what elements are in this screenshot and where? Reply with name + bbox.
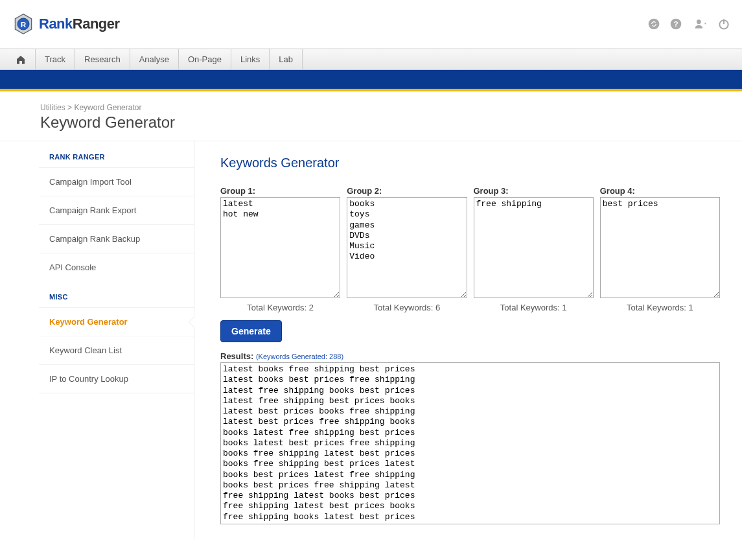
sync-icon[interactable] — [647, 18, 660, 30]
main-title: Keywords Generator — [220, 156, 720, 170]
navbar: Track Research Analyse On-Page Links Lab — [0, 49, 742, 70]
group-2-input[interactable] — [347, 197, 467, 298]
generate-button[interactable]: Generate — [220, 320, 282, 342]
keyword-groups: Group 1: Total Keywords: 2 Group 2: Tota… — [220, 186, 720, 312]
page-title: Keyword Generator — [40, 113, 742, 132]
logo[interactable]: R RankRanger — [12, 12, 120, 36]
sidebar-item-ip-to-country[interactable]: IP to Country Lookup — [39, 364, 194, 393]
svg-point-6 — [697, 19, 701, 24]
group-4-count: Total Keywords: 1 — [600, 303, 720, 312]
group-3: Group 3: Total Keywords: 1 — [474, 186, 594, 312]
results-header: Results: (Keywords Generated: 288) — [220, 351, 720, 361]
blue-bar — [0, 70, 742, 91]
breadcrumb-current: Keyword Generator — [74, 103, 141, 112]
results-count: (Keywords Generated: 288) — [256, 353, 343, 360]
sidebar-item-api-console[interactable]: API Console — [39, 253, 194, 281]
sidebar: RANK RANGER Campaign Import Tool Campaig… — [39, 141, 194, 539]
group-1-label: Group 1: — [220, 186, 340, 196]
group-1-input[interactable] — [220, 197, 340, 298]
nav-item-lab[interactable]: Lab — [270, 49, 303, 69]
group-1: Group 1: Total Keywords: 2 — [220, 186, 340, 312]
results-label: Results: — [220, 351, 253, 361]
user-icon[interactable] — [691, 18, 708, 30]
sidebar-section-misc: MISC — [39, 281, 194, 307]
nav-home[interactable] — [6, 49, 36, 69]
group-4: Group 4: Total Keywords: 1 — [600, 186, 720, 312]
help-icon[interactable]: ? — [669, 18, 682, 30]
svg-text:R: R — [21, 20, 27, 29]
sidebar-item-campaign-import[interactable]: Campaign Import Tool — [39, 167, 194, 196]
header-icons: ? — [647, 18, 730, 30]
group-4-input[interactable] — [600, 197, 720, 298]
header: R RankRanger ? — [0, 0, 742, 49]
group-1-count: Total Keywords: 2 — [220, 303, 340, 312]
group-4-label: Group 4: — [600, 186, 720, 196]
power-icon[interactable] — [717, 18, 730, 30]
logo-icon: R — [12, 12, 35, 36]
group-3-label: Group 3: — [474, 186, 594, 196]
nav-item-links[interactable]: Links — [231, 49, 270, 69]
group-2: Group 2: Total Keywords: 6 — [347, 186, 467, 312]
svg-text:?: ? — [673, 19, 678, 28]
nav-item-research[interactable]: Research — [75, 49, 130, 69]
logo-text: RankRanger — [39, 16, 120, 32]
sidebar-item-keyword-generator[interactable]: Keyword Generator — [39, 307, 194, 336]
nav-item-onpage[interactable]: On-Page — [179, 49, 231, 69]
group-2-count: Total Keywords: 6 — [347, 303, 467, 312]
sidebar-item-campaign-rank-export[interactable]: Campaign Rank Export — [39, 196, 194, 224]
sidebar-section-rankranger: RANK RANGER — [39, 141, 194, 167]
breadcrumb-sep: > — [67, 103, 72, 112]
group-2-label: Group 2: — [347, 186, 467, 196]
sidebar-item-keyword-clean-list[interactable]: Keyword Clean List — [39, 336, 194, 364]
group-3-count: Total Keywords: 1 — [474, 303, 594, 312]
nav-item-track[interactable]: Track — [36, 49, 75, 69]
breadcrumb-utilities[interactable]: Utilities — [40, 103, 65, 112]
svg-point-3 — [649, 19, 660, 30]
nav-item-analyse[interactable]: Analyse — [130, 49, 179, 69]
home-icon — [16, 54, 26, 65]
main-content: Keywords Generator Group 1: Total Keywor… — [194, 141, 742, 539]
breadcrumb-area: Utilities > Keyword Generator Keyword Ge… — [0, 91, 742, 141]
results-output[interactable] — [220, 362, 720, 524]
group-3-input[interactable] — [474, 197, 594, 298]
svg-marker-7 — [704, 23, 706, 25]
sidebar-item-campaign-rank-backup[interactable]: Campaign Rank Backup — [39, 224, 194, 253]
breadcrumb: Utilities > Keyword Generator — [40, 103, 742, 112]
